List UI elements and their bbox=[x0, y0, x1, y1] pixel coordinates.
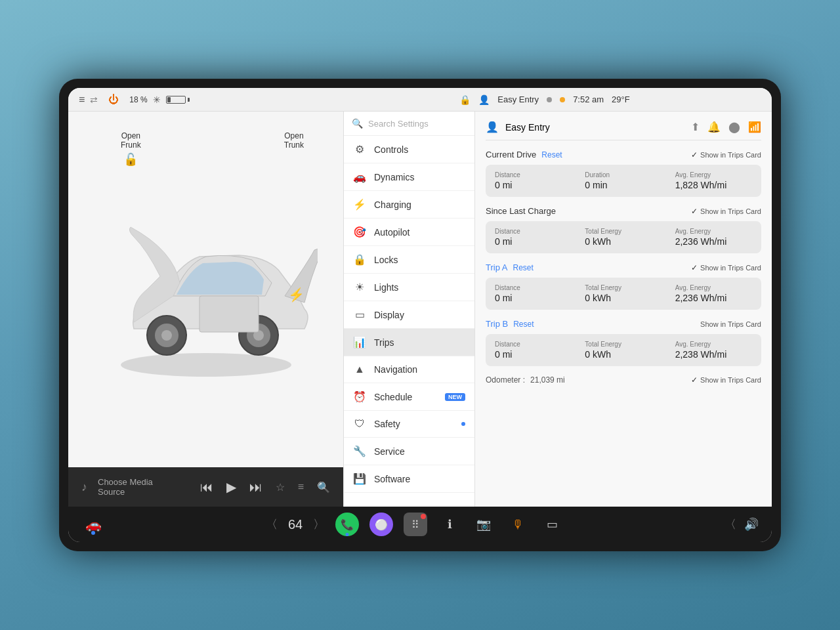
volume-button[interactable]: 🔊 bbox=[744, 517, 759, 532]
distance-value: 0 mi bbox=[495, 180, 572, 190]
menu-item-safety[interactable]: 🛡 Safety bbox=[344, 411, 474, 438]
safety-label: Safety bbox=[374, 419, 451, 429]
menu-item-schedule[interactable]: ⏰ Schedule NEW bbox=[344, 383, 474, 411]
taskbar-left: 🚗 bbox=[81, 513, 105, 536]
trip-a-reset[interactable]: Reset bbox=[513, 263, 533, 272]
trip-a-title: Trip A bbox=[486, 262, 507, 272]
current-drive-card: Distance 0 mi Duration 0 min Avg. Energy… bbox=[486, 165, 761, 197]
trip-b-header: Trip B Reset Show in Trips Card bbox=[486, 319, 761, 329]
favorite-button[interactable]: ☆ bbox=[276, 481, 285, 494]
search-media-button[interactable]: 🔍 bbox=[317, 481, 330, 494]
trip-b-reset[interactable]: Reset bbox=[513, 320, 534, 329]
screen-inner: ≡ ⇄ ⏻ 18 % ✳ 🔒 👤 Easy Entry 7:52 am 29°F bbox=[68, 88, 772, 542]
menu-item-dynamics[interactable]: 🚗 Dynamics bbox=[344, 163, 474, 191]
svg-point-3 bbox=[161, 330, 172, 341]
ta-distance-value: 0 mi bbox=[495, 293, 572, 303]
apps-button[interactable]: ⠿ bbox=[404, 513, 427, 536]
menu-item-controls[interactable]: ⚙ Controls bbox=[344, 136, 474, 163]
profile-bell-icon[interactable]: 🔔 bbox=[707, 121, 721, 133]
current-drive-section: Current Drive Reset ✓ Show in Trips Card… bbox=[486, 150, 761, 197]
temperature-display: 64 bbox=[288, 517, 303, 532]
temp-up-button[interactable]: 〉 bbox=[313, 516, 325, 532]
play-button[interactable]: ▶ bbox=[226, 479, 236, 495]
display-icon: ▭ bbox=[353, 308, 366, 321]
status-dot-orange bbox=[560, 97, 565, 102]
current-drive-show-trips: ✓ Show in Trips Card bbox=[691, 150, 761, 159]
status-bar: ≡ ⇄ ⏻ 18 % ✳ 🔒 👤 Easy Entry 7:52 am 29°F bbox=[68, 88, 772, 112]
bluetooth-icon: ✳ bbox=[153, 94, 161, 105]
odometer-show-trips: ✓ Show in Trips Card bbox=[691, 375, 761, 385]
current-drive-energy: Avg. Energy 1,828 Wh/mi bbox=[675, 171, 752, 190]
car-home-button[interactable]: 🚗 bbox=[81, 513, 105, 536]
screen-button[interactable]: ▭ bbox=[540, 513, 564, 536]
ta-total-energy-value: 0 kWh bbox=[585, 293, 662, 303]
autopilot-label: Autopilot bbox=[374, 227, 465, 238]
taskbar-center: 〈 64 〉 📞 ⚪ ⠿ ℹ 📷 bbox=[266, 513, 564, 536]
temp-down-button[interactable]: 〈 bbox=[266, 516, 278, 532]
frunk-label[interactable]: Open Frunk 🔓 bbox=[121, 131, 141, 167]
safety-dot bbox=[461, 422, 465, 426]
left-panel: Open Frunk 🔓 Open Trunk bbox=[68, 112, 344, 507]
trip-a-card: Distance 0 mi Total Energy 0 kWh Avg. En… bbox=[486, 278, 761, 310]
trunk-label[interactable]: Open Trunk bbox=[284, 131, 304, 150]
slc-distance: Distance 0 mi bbox=[495, 228, 572, 247]
open-trunk-open: Open bbox=[284, 131, 304, 140]
camera-button[interactable]: 📷 bbox=[472, 513, 495, 536]
slc-avg-label: Avg. Energy bbox=[675, 228, 752, 235]
menu-item-lights[interactable]: ☀ Lights bbox=[344, 274, 474, 301]
menu-item-autopilot[interactable]: 🎯 Autopilot bbox=[344, 219, 474, 246]
trip-a-checkmark: ✓ bbox=[691, 263, 698, 272]
menu-item-display[interactable]: ▭ Display bbox=[344, 301, 474, 329]
since-last-charge-show-trips: ✓ Show in Trips Card bbox=[691, 207, 761, 216]
odometer-show-label: Show in Trips Card bbox=[700, 376, 761, 384]
menu-item-charging[interactable]: ⚡ Charging bbox=[344, 191, 474, 219]
search-placeholder[interactable]: Search Settings bbox=[368, 119, 429, 129]
current-drive-distance: Distance 0 mi bbox=[495, 171, 572, 190]
slc-distance-value: 0 mi bbox=[495, 236, 572, 247]
menu-item-navigation[interactable]: ▲ Navigation bbox=[344, 356, 474, 383]
info-button[interactable]: ℹ bbox=[438, 513, 461, 536]
volume-chevron[interactable]: 〈 bbox=[724, 516, 736, 532]
prev-track-button[interactable]: ⏮ bbox=[200, 480, 213, 495]
current-drive-reset[interactable]: Reset bbox=[541, 150, 562, 159]
media-bar: ♪ Choose Media Source ⏮ ▶ ⏭ ☆ ≡ 🔍 bbox=[68, 467, 343, 507]
slc-checkmark: ✓ bbox=[691, 207, 698, 216]
tb-distance-value: 0 mi bbox=[495, 349, 572, 360]
profile-signal-icon[interactable]: 📶 bbox=[748, 121, 761, 133]
distance-label: Distance bbox=[495, 171, 572, 178]
menu-item-locks[interactable]: 🔒 Locks bbox=[344, 246, 474, 274]
podcasts-button[interactable]: 🎙 bbox=[506, 513, 530, 536]
settings-menu: 🔍 Search Settings ⚙ Controls 🚗 Dynamics … bbox=[344, 112, 475, 507]
schedule-icon: ⏰ bbox=[353, 390, 366, 403]
since-last-charge-header: Since Last Charge ✓ Show in Trips Card bbox=[486, 206, 761, 216]
current-drive-duration: Duration 0 min bbox=[585, 171, 662, 190]
slc-total-energy-label: Total Energy bbox=[585, 228, 662, 235]
menu-item-trips[interactable]: 📊 Trips bbox=[344, 329, 474, 356]
odometer-label: Odometer : bbox=[486, 375, 525, 385]
next-track-button[interactable]: ⏭ bbox=[249, 480, 262, 495]
taskbar: 🚗 〈 64 〉 📞 ⚪ ⠿ bbox=[68, 507, 772, 542]
menu-list: ⚙ Controls 🚗 Dynamics ⚡ Charging 🎯 Autop… bbox=[344, 136, 474, 507]
menu-item-service[interactable]: 🔧 Service bbox=[344, 438, 474, 465]
duration-value: 0 min bbox=[585, 180, 662, 190]
profile-bluetooth-icon[interactable]: ⬤ bbox=[728, 121, 740, 133]
slc-avg-value: 2,236 Wh/mi bbox=[675, 236, 752, 247]
trip-b-avg-energy: Avg. Energy 2,238 Wh/mi bbox=[675, 341, 752, 360]
media-title: Choose Media Source bbox=[98, 477, 177, 497]
menu-item-software[interactable]: 💾 Software bbox=[344, 465, 474, 493]
main-content: Open Frunk 🔓 Open Trunk bbox=[68, 112, 772, 507]
trip-b-distance: Distance 0 mi bbox=[495, 341, 572, 360]
trip-b-title: Trip B bbox=[486, 319, 508, 329]
equalizer-button[interactable]: ≡ bbox=[298, 481, 304, 493]
phone-dot bbox=[346, 533, 349, 536]
current-drive-title: Current Drive bbox=[486, 150, 536, 159]
trip-b-total-energy: Total Energy 0 kWh bbox=[585, 341, 662, 360]
lights-label: Lights bbox=[374, 282, 465, 293]
since-last-charge-section: Since Last Charge ✓ Show in Trips Card D… bbox=[486, 206, 761, 253]
menu-lines-icon: ≡ bbox=[79, 94, 85, 106]
phone-button[interactable]: 📞 bbox=[335, 513, 359, 536]
siri-icon: ⚪ bbox=[375, 518, 388, 531]
dynamics-label: Dynamics bbox=[374, 172, 465, 182]
profile-add-icon[interactable]: ⬆ bbox=[691, 121, 700, 133]
siri-button[interactable]: ⚪ bbox=[369, 513, 393, 536]
